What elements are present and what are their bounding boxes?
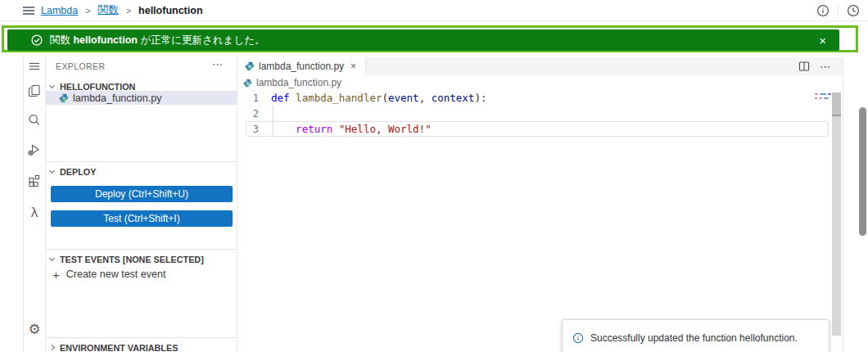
section-divider: [46, 161, 237, 162]
chevron-right-icon: [49, 345, 55, 350]
editor-actions: ⋯: [798, 57, 831, 75]
section-label: ENVIRONMENT VARIABLES: [60, 343, 178, 352]
section-test-events[interactable]: TEST EVENTS [NONE SELECTED]: [46, 252, 237, 266]
tab-lambda-function[interactable]: lambda_function.py ×: [237, 57, 366, 75]
chevron-down-icon: [49, 82, 55, 88]
line-number: 3: [237, 124, 259, 135]
plus-icon: +: [52, 269, 60, 281]
success-flashbar: 関数 hellofunction が正常に更新されました。 ×: [7, 29, 839, 51]
lambda-console-screen: Lambda > 関数 > hellofunction 関数 hellofunc…: [0, 0, 868, 352]
code-text: def lambda_handler(event, context):: [259, 92, 486, 104]
deploy-button[interactable]: Deploy (Ctrl+Shift+U): [51, 186, 233, 202]
topnav-actions: [808, 0, 868, 20]
page-scrollbar[interactable]: [859, 107, 866, 236]
section-deploy[interactable]: DEPLOY: [46, 165, 237, 178]
editor-scrollbar[interactable]: [832, 93, 841, 336]
tab-label: lambda_function.py: [259, 61, 344, 72]
section-label: DEPLOY: [60, 167, 96, 177]
scrollbar-marker: [832, 115, 841, 116]
breadcrumb-separator: >: [85, 6, 90, 16]
run-debug-icon[interactable]: [27, 142, 42, 157]
file-name: lambda_function.py: [73, 93, 161, 104]
test-button[interactable]: Test (Ctrl+Shift+I): [51, 210, 233, 227]
python-file-icon: [243, 79, 252, 88]
search-icon[interactable]: [28, 113, 42, 127]
scrollbar-viewport: [832, 93, 841, 115]
breadcrumb-functions[interactable]: 関数: [98, 3, 119, 17]
explorer-header: EXPLORER ⋯: [46, 57, 237, 75]
breadcrumb-current-function: hellofunction: [138, 5, 202, 16]
check-circle-icon: [31, 34, 43, 46]
explorer-sidebar: EXPLORER ⋯ HELLOFUNCTION lambda_function…: [46, 57, 237, 352]
info-icon[interactable]: [816, 4, 830, 17]
chevron-down-icon: [49, 167, 55, 173]
section-divider: [46, 337, 237, 338]
file-lambda-function[interactable]: lambda_function.py: [46, 91, 237, 105]
extensions-icon[interactable]: [28, 174, 42, 187]
section-environment-variables[interactable]: ENVIRONMENT VARIABLES: [46, 341, 237, 352]
menu-icon[interactable]: [28, 60, 41, 73]
flashbar-message: 関数 hellofunction が正常に更新されました。: [50, 34, 264, 47]
editor-tab-bar: lambda_function.py × ⋯: [237, 57, 843, 75]
chevron-down-icon: [49, 255, 55, 260]
more-actions-icon[interactable]: ⋯: [820, 61, 831, 73]
code-line: 3 return "Hello, World!": [237, 121, 832, 137]
breadcrumb-separator: >: [126, 6, 131, 16]
toast-notification: Successfully updated the function hellof…: [562, 319, 830, 352]
menu-icon[interactable]: [22, 4, 35, 17]
flashbar-close-icon[interactable]: ×: [816, 29, 830, 51]
code-editor[interactable]: 1 def lambda_handler(event, context): 2 …: [237, 90, 832, 352]
flashbar-function-name: hellofunction: [73, 34, 137, 46]
line-number: 1: [237, 93, 259, 104]
breadcrumb-lambda[interactable]: Lambda: [41, 5, 78, 16]
breadcrumb: Lambda > 関数 > hellofunction: [41, 0, 203, 20]
aws-topnav: Lambda > 関数 > hellofunction: [0, 0, 868, 21]
editor-breadcrumb[interactable]: lambda_function.py: [237, 75, 843, 90]
code-line: 1 def lambda_handler(event, context):: [237, 90, 832, 106]
tab-close-icon[interactable]: ×: [349, 61, 358, 72]
section-label: TEST EVENTS [NONE SELECTED]: [60, 255, 204, 264]
explorer-icon[interactable]: [27, 83, 42, 98]
toast-message: Successfully updated the function hellof…: [590, 332, 798, 344]
create-test-event-label: Create new test event: [66, 269, 166, 280]
activity-bar: λ ⚙: [23, 57, 46, 352]
line-number: 2: [237, 108, 259, 120]
clock-icon[interactable]: [847, 4, 860, 17]
create-test-event[interactable]: + Create new test event: [46, 267, 237, 282]
settings-gear-icon[interactable]: ⚙: [28, 323, 40, 336]
info-icon: [572, 332, 584, 344]
python-file-icon: [245, 61, 255, 71]
code-line: 2: [237, 106, 832, 121]
section-divider: [46, 249, 237, 250]
breadcrumb-file-name: lambda_function.py: [256, 77, 341, 88]
split-editor-icon[interactable]: [798, 61, 810, 72]
more-actions-icon[interactable]: ⋯: [212, 58, 224, 70]
section-label: HELLOFUNCTION: [60, 82, 135, 92]
explorer-title: EXPLORER: [56, 61, 105, 71]
editor-pane: lambda_function.py × ⋯ lambda_function.p…: [237, 57, 843, 352]
code-text: return "Hello, World!": [259, 123, 432, 135]
topnav-divider: [838, 4, 839, 17]
aws-lambda-icon[interactable]: λ: [31, 205, 38, 219]
python-file-icon: [59, 93, 69, 103]
